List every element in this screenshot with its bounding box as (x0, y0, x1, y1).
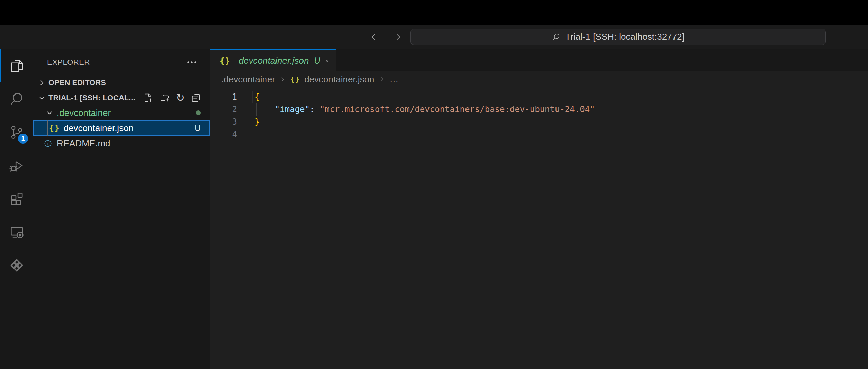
code-text: } (255, 116, 260, 128)
git-modified-dot (196, 110, 201, 115)
code-text: { (255, 91, 260, 103)
tree-item-readme[interactable]: README.md (33, 136, 210, 151)
tree-item-devcontainer-folder[interactable]: .devcontainer (33, 105, 210, 120)
workspace-label: TRIAL-1 [SSH: LOCAL... (48, 93, 135, 102)
code-text: "image": "mcr.microsoft.com/devcontainer… (255, 103, 595, 116)
extensions-icon (9, 191, 25, 207)
workbench: 1 (0, 49, 868, 369)
indent-guide (256, 103, 257, 116)
tree-indent-guide (47, 120, 48, 136)
tab-bar: {} devcontainer.json U (210, 49, 868, 71)
activity-search[interactable] (0, 82, 33, 116)
code-line-4: 4 (210, 128, 868, 141)
files-icon (9, 58, 25, 74)
search-icon (9, 91, 25, 107)
line-number: 3 (210, 116, 237, 128)
tab-devcontainer-json[interactable]: {} devcontainer.json U (210, 49, 336, 71)
collapse-all-icon[interactable] (191, 92, 201, 103)
sidebar-header: EXPLORER (33, 49, 210, 75)
code-line-3: 3 } (210, 116, 868, 128)
breadcrumb-symbol[interactable]: … (390, 74, 399, 85)
vscode-window: Trial-1 [SSH: localhost:32772] 1 (0, 0, 868, 369)
forward-icon[interactable] (390, 31, 402, 43)
title-bar: Trial-1 [SSH: localhost:32772] (0, 25, 868, 49)
explorer-sidebar: EXPLORER OPEN EDITORS TRIAL-1 [SSH: LOCA… (33, 49, 210, 369)
workspace-actions: ↻ (143, 92, 201, 103)
line-number: 1 (210, 91, 237, 103)
activity-source-control[interactable]: 1 (0, 116, 33, 149)
folder-label: .devcontainer (57, 108, 111, 118)
json-file-icon: {} (220, 56, 231, 65)
new-folder-icon[interactable] (159, 92, 170, 103)
debug-icon (9, 158, 25, 174)
code-line-1: 1 { (210, 91, 868, 103)
activity-remote-explorer[interactable] (0, 215, 33, 249)
command-center[interactable]: Trial-1 [SSH: localhost:32772] (410, 29, 826, 45)
code-line-2: 2 "image": "mcr.microsoft.com/devcontain… (210, 103, 868, 116)
tab-git-badge: U (314, 56, 320, 66)
git-untracked-badge: U (195, 123, 201, 133)
more-actions-icon[interactable] (186, 57, 197, 68)
activity-containers[interactable] (0, 249, 33, 282)
open-editors-section[interactable]: OPEN EDITORS (33, 75, 210, 90)
sidebar-title: EXPLORER (47, 58, 90, 67)
tab-label: devcontainer.json (239, 55, 309, 66)
info-icon (44, 139, 52, 148)
file-tree: .devcontainer {} devcontainer.json U REA… (33, 105, 210, 151)
refresh-icon[interactable]: ↻ (176, 92, 185, 103)
breadcrumb-file[interactable]: devcontainer.json (304, 74, 374, 85)
history-navigation (370, 25, 402, 49)
line-number: 2 (210, 103, 237, 116)
top-strip (0, 0, 868, 25)
line-number: 4 (210, 128, 237, 141)
chevron-right-icon (378, 75, 386, 83)
breadcrumb: .devcontainer {} devcontainer.json … (210, 71, 868, 87)
remote-explorer-icon (9, 224, 25, 240)
workspace-section[interactable]: TRIAL-1 [SSH: LOCAL... ↻ (33, 90, 210, 105)
activity-extensions[interactable] (0, 182, 33, 215)
chevron-right-icon (279, 75, 287, 83)
close-icon[interactable] (325, 56, 329, 65)
command-center-label: Trial-1 [SSH: localhost:32772] (565, 32, 684, 42)
new-file-icon[interactable] (143, 92, 153, 103)
json-file-icon: {} (290, 75, 300, 83)
activity-explorer[interactable] (0, 49, 33, 82)
file-label: devcontainer.json (64, 123, 134, 134)
back-icon[interactable] (370, 31, 381, 43)
search-icon (552, 32, 561, 42)
chevron-down-icon (37, 93, 46, 102)
breadcrumb-folder[interactable]: .devcontainer (221, 74, 275, 85)
containers-diamond-icon (9, 257, 25, 273)
chevron-right-icon (37, 78, 46, 87)
chevron-down-icon (45, 108, 54, 117)
file-label: README.md (57, 138, 110, 149)
source-control-badge: 1 (18, 134, 28, 144)
activity-run-debug[interactable] (0, 149, 33, 182)
activity-bar: 1 (0, 49, 33, 369)
open-editors-label: OPEN EDITORS (48, 78, 106, 87)
json-file-icon: {} (49, 124, 60, 133)
code-editor[interactable]: 1 { 2 "image": "mcr.microsoft.com/devcon… (210, 87, 868, 369)
editor-group: {} devcontainer.json U .devcontainer {} … (210, 49, 868, 369)
tree-item-devcontainer-json[interactable]: {} devcontainer.json U (33, 120, 210, 136)
